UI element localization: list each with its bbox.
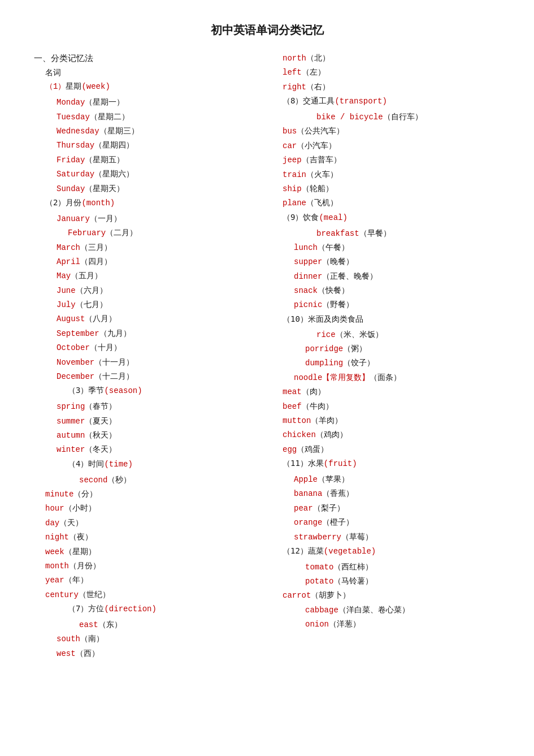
list-item: left（左） <box>283 66 520 79</box>
list-item: Friday（星期五） <box>57 153 271 166</box>
list-item: potato（马铃薯） <box>305 574 520 587</box>
list-item: dumpling（饺子） <box>305 356 520 369</box>
category-meal: （9）饮食(meal) <box>283 211 520 225</box>
list-item: Sunday（星期天） <box>57 182 271 195</box>
list-item: car（小汽车） <box>283 139 520 152</box>
list-item: cabbage（洋白菜、卷心菜） <box>305 603 520 616</box>
list-item: July（七月） <box>57 298 271 311</box>
list-item: May（五月） <box>57 269 271 282</box>
list-item: bus（公共汽车） <box>283 124 520 137</box>
category-month: （2）月份(month) <box>45 196 271 210</box>
section1-header: 一、分类记忆法 <box>34 51 271 65</box>
list-item: Monday（星期一） <box>57 96 271 109</box>
content-wrapper: 一、分类记忆法 名词 （1）星期(week) Monday（星期一） Tuesd… <box>34 51 500 661</box>
right-column: north（北） left（左） right（右） （8）交通工具(transp… <box>283 51 520 632</box>
list-item: picnic（野餐） <box>294 298 520 311</box>
category-vegetable: （12）蔬菜(vegetable) <box>283 545 520 559</box>
category-week: （1）星期(week) <box>45 80 271 94</box>
list-item: hour（小时） <box>45 502 271 515</box>
list-item: east（东） <box>79 618 271 631</box>
list-item: century（世纪） <box>45 588 271 601</box>
list-item: December（十二月） <box>57 370 271 383</box>
list-item: week（星期） <box>45 545 271 558</box>
list-item: Saturday（星期六） <box>57 167 271 180</box>
list-item: summer（夏天） <box>57 414 271 427</box>
noun-header: 名词 <box>45 66 271 79</box>
list-item: rice（米、米饭） <box>316 328 520 341</box>
list-item: Apple（苹果） <box>294 473 520 486</box>
list-item: chicken（鸡肉） <box>283 428 520 441</box>
list-item: banana（香蕉） <box>294 487 520 500</box>
list-item: onion（洋葱） <box>305 617 520 630</box>
list-item: north（北） <box>283 51 520 64</box>
list-item: June（六月） <box>57 284 271 297</box>
list-item: ship（轮船） <box>283 182 520 195</box>
list-item: meat（肉） <box>283 385 520 398</box>
list-item: lunch（午餐） <box>294 241 520 254</box>
list-item: bike / bicycle（自行车） <box>316 110 520 123</box>
list-item: March（三月） <box>57 241 271 254</box>
list-item: autumn（秋天） <box>57 429 271 442</box>
list-item: year（年） <box>45 573 271 586</box>
category-season: （3）季节(season) <box>68 384 271 398</box>
list-item: train（火车） <box>283 168 520 181</box>
left-column: 一、分类记忆法 名词 （1）星期(week) Monday（星期一） Tuesd… <box>34 51 271 661</box>
list-item: south（南） <box>57 632 271 645</box>
list-item: month（月份） <box>45 559 271 572</box>
category-direction: （7）方位(direction) <box>68 602 271 616</box>
list-item: spring（春节） <box>57 400 271 413</box>
list-item: orange（橙子） <box>294 516 520 529</box>
list-item: west（西） <box>57 647 271 660</box>
list-item: dinner（正餐、晚餐） <box>294 270 520 283</box>
list-item: snack（快餐） <box>294 284 520 297</box>
list-item: winter（冬天） <box>57 443 271 456</box>
list-item: beef（牛肉） <box>283 400 520 413</box>
list-item: supper（晚餐） <box>294 255 520 268</box>
category-staple: （10）米面及肉类食品 <box>283 313 520 326</box>
list-item: porridge（粥） <box>305 342 520 355</box>
list-item: Wednesday（星期三） <box>57 124 271 137</box>
list-item: minute（分） <box>45 487 271 500</box>
category-transport: （8）交通工具(transport) <box>283 94 520 109</box>
list-item: February（二月） <box>68 226 271 239</box>
list-item: egg（鸡蛋） <box>283 443 520 456</box>
list-item: breakfast（早餐） <box>316 227 520 240</box>
list-item: Tuesday（星期二） <box>57 110 271 123</box>
category-time: （4）时间(time) <box>68 457 271 472</box>
list-item: August（八月） <box>57 312 271 325</box>
list-item: second（秒） <box>79 473 271 486</box>
list-item: November（十一月） <box>57 356 271 369</box>
list-item: carrot（胡萝卜） <box>283 589 520 602</box>
page-title: 初中英语单词分类记忆 <box>34 23 500 38</box>
list-item: October（十月） <box>57 341 271 354</box>
list-item: jeep（吉普车） <box>283 153 520 166</box>
list-item: noodle【常用复数】（面条） <box>294 371 520 384</box>
list-item: strawberry（草莓） <box>294 530 520 543</box>
list-item: April（四月） <box>57 255 271 268</box>
list-item: plane（飞机） <box>283 196 520 209</box>
list-item: day（天） <box>45 516 271 529</box>
list-item: night（夜） <box>45 530 271 543</box>
category-fruit: （11）水果(fruit) <box>283 457 520 471</box>
list-item: right（右） <box>283 80 520 93</box>
list-item: tomato（西红柿） <box>305 560 520 573</box>
list-item: January（一月） <box>57 212 271 225</box>
list-item: pear（梨子） <box>294 502 520 515</box>
list-item: September（九月） <box>57 327 271 340</box>
list-item: Thursday（星期四） <box>57 139 271 152</box>
list-item: mutton（羊肉） <box>283 414 520 427</box>
